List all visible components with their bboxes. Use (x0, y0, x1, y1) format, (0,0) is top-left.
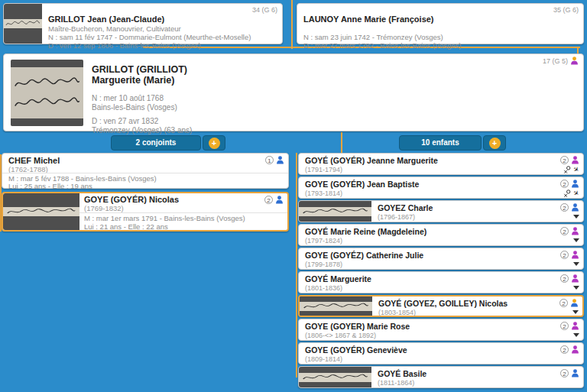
child-card[interactable]: GOYÉ Marie Reine (Magdeleine) (1797-1824… (298, 224, 584, 246)
spouse-card[interactable]: 2 GOYE (GOYÉR) Nicolas (1769-1832) M : m… (2, 192, 289, 232)
union-order-badge: 2 (560, 156, 569, 164)
connector-line (341, 132, 342, 154)
father-name: GRILLOT Jean (Jean-Claude) (48, 15, 164, 24)
child-name: GOYE (GOYÉR) Jean Baptiste (305, 180, 419, 189)
child-record-thumbnail[interactable] (299, 201, 371, 222)
mother-ref: 35 (G 6) (553, 6, 579, 14)
chevron-down-icon[interactable] (573, 238, 579, 242)
child-years: (1803-1854) (378, 309, 416, 316)
descendance-icon[interactable]: ✈ (572, 165, 581, 175)
add-spouse-button[interactable]: + (203, 135, 225, 151)
chevron-down-icon[interactable] (573, 262, 579, 266)
person-icon[interactable] (571, 180, 579, 188)
chevron-down-icon[interactable] (573, 286, 579, 290)
main-person-ref-number: 17 (G 5) (543, 57, 568, 65)
connector-line (291, 0, 293, 49)
person-icon[interactable] (570, 299, 579, 307)
child-name: GOYÉ (GOYEZ, GOILLEY) Nicolas (378, 299, 508, 308)
child-card[interactable]: GOYE (GOYÉR) Jean Baptiste (1793-1814) 2… (298, 177, 584, 199)
plus-icon: + (489, 138, 501, 149)
child-card[interactable]: GOYÉ Basile (1811-1864) 2 (298, 366, 584, 388)
handwriting-image (302, 374, 368, 381)
child-card[interactable]: GOYE (GOYÉR) Geneviève (1809-1814) 2 (298, 342, 584, 364)
father-birth: N : sam 11 fév 1747 - Dommarie-Eulmont (… (48, 33, 251, 41)
father-death: D : ven 12 sep 1806 - Bains-les-Bains (V… (48, 41, 201, 50)
person-icon[interactable] (571, 203, 579, 212)
marriage-info: M : mar 1er mars 1791 - Bains-les-Bains … (84, 214, 245, 222)
child-years: (1796-1867) (378, 213, 415, 221)
child-name: GOYÉ Basile (378, 369, 426, 378)
mother-card[interactable]: 35 (G 6) LAUNOY Anne Marie (Françoise) N… (297, 3, 584, 44)
child-years: (1811-1864) (378, 379, 414, 387)
child-card[interactable]: GOYÉ (GOYÉR) Jeanne Marguerite (1791-179… (298, 153, 584, 175)
marriage-ages: Lui : 25 ans - Elle : 19 ans (8, 182, 92, 190)
main-person-death-date: D : ven 27 avr 1832 (92, 117, 158, 125)
main-person-surname: GRILLOT (GRILLIOT) (92, 64, 187, 75)
spouse-name: GOYE (GOYÉR) Nicolas (84, 195, 179, 204)
mother-birth: N : sam 23 juin 1742 - Trémonzey (Vosges… (303, 33, 443, 41)
father-card[interactable]: 34 (G 6) GRILLOT Jean (Jean-Claude) Maît… (3, 3, 283, 44)
main-record-thumbnail[interactable] (11, 60, 83, 126)
main-person-birth-date: N : mer 10 août 1768 (92, 94, 164, 102)
family-tree-view: 34 (G 6) GRILLOT Jean (Jean-Claude) Maît… (0, 0, 587, 392)
person-icon[interactable] (570, 57, 579, 65)
child-years: (1806-<> 1867 & 1892) (305, 332, 376, 339)
main-person-card[interactable]: 17 (G 5) GRILLOT (GRILLIOT) Marguerite (… (3, 53, 584, 131)
handwriting-image (6, 208, 76, 215)
father-record-thumbnail[interactable] (4, 4, 42, 44)
chevron-down-icon[interactable] (572, 310, 579, 314)
person-icon[interactable] (571, 274, 579, 283)
child-card[interactable]: GOYE (GOYER) Marie Rose (1806-<> 1867 & … (298, 319, 584, 341)
father-ref: 34 (G 6) (252, 6, 277, 14)
connector-line (296, 153, 297, 377)
child-name: GOYÉ (GOYÉR) Jeanne Marguerite (305, 156, 438, 165)
no-posterity-icon[interactable] (563, 166, 571, 173)
divider (2, 173, 288, 173)
spouse-card[interactable]: 1 CHEF Michel (1762-1788) M : mar 5 fév … (2, 153, 289, 189)
spouses-section-button[interactable]: 2 conjoints (111, 135, 201, 151)
union-order-badge: 2 (560, 345, 569, 354)
mother-death: D : mer 27 mars 1782 - Bains-les-Bains (… (303, 41, 461, 50)
main-person-ref: 17 (G 5) (543, 57, 579, 65)
handwriting-image (303, 303, 369, 310)
thumbnail-border (11, 118, 83, 126)
person-icon[interactable] (571, 227, 579, 235)
spouse-record-thumbnail[interactable] (3, 193, 79, 230)
marriage-ages: Lui : 21 ans - Elle : 22 ans (84, 222, 168, 231)
person-icon[interactable] (571, 322, 579, 330)
child-years: (1793-1814) (305, 190, 342, 197)
child-card[interactable]: GOYÉ (GOYEZ, GOILLEY) Nicolas (1803-1854… (298, 295, 584, 317)
child-record-thumbnail[interactable] (299, 367, 371, 387)
union-order-badge: 2 (560, 203, 569, 212)
child-card[interactable]: GOYE (GOYÉZ) Catherine Julie (1799-1878)… (298, 248, 584, 270)
person-icon[interactable] (571, 251, 579, 259)
person-icon[interactable] (571, 369, 579, 377)
union-order-badge: 2 (560, 251, 569, 259)
descendance-icon[interactable]: ✈ (572, 189, 581, 199)
handwriting-image (302, 208, 368, 215)
child-card[interactable]: GOYÉ Marguerite (1801-1836) 2 (298, 271, 584, 293)
child-years: (1799-1878) (305, 261, 342, 268)
child-name: GOYE (GOYÉR) Geneviève (305, 345, 407, 355)
chevron-down-icon[interactable] (573, 333, 579, 337)
children-section-button[interactable]: 10 enfants (399, 135, 482, 151)
union-order-badge: 2 (560, 369, 569, 377)
child-name: GOYE (GOYÉZ) Catherine Julie (305, 251, 423, 260)
add-child-button[interactable]: + (483, 135, 506, 151)
person-icon[interactable] (571, 345, 579, 354)
chevron-down-icon[interactable] (573, 215, 579, 219)
person-icon[interactable] (276, 156, 284, 164)
main-person-death-place: Trémonzey (Vosges) (63 ans) (92, 126, 192, 134)
no-posterity-icon[interactable] (563, 190, 571, 197)
person-icon[interactable] (571, 156, 579, 164)
union-order-badge: 2 (560, 322, 569, 330)
child-card[interactable]: GOYEZ Charle (1796-1867) 2 (298, 200, 584, 222)
thumbnail-border (11, 60, 83, 67)
person-icon[interactable] (275, 196, 284, 204)
union-order-badge: 2 (560, 180, 569, 188)
child-record-thumbnail[interactable] (300, 296, 372, 316)
mother-name: LAUNOY Anne Marie (Françoise) (303, 15, 434, 24)
divider (79, 212, 287, 213)
spouse-years: (1769-1832) (84, 204, 124, 212)
main-person-birth-place: Bains-les-Bains (Vosges) (92, 103, 177, 112)
